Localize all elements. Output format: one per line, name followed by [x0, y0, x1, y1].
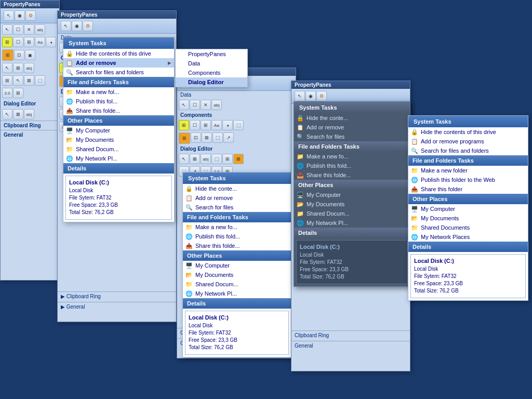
cm1-mydocs[interactable]: 📂 My Documents [63, 135, 174, 144]
tb5-3[interactable]: ab| [24, 63, 34, 73]
p3-c8[interactable]: ⊡ [191, 132, 201, 143]
wcm-mycomputer[interactable]: 🖥️ My Computer [408, 204, 528, 214]
dcm-hide[interactable]: 🔒 Hide the conte... [294, 113, 410, 123]
tb6-1[interactable]: ⊞ [2, 75, 12, 86]
cm1-publish[interactable]: 🌐 Publish this fol... [63, 97, 174, 106]
tb5-2[interactable]: ⊠ [13, 63, 23, 73]
cm2-addremove[interactable]: 📋 Add or remove [183, 193, 291, 203]
p3-t1[interactable]: ↖ [179, 100, 189, 110]
dcm-mycomputer[interactable]: 🖥️ My Computer [294, 190, 410, 200]
cm2-mydocs[interactable]: 📂 My Documents [183, 270, 291, 280]
p3-c5[interactable]: ⬧ [222, 120, 233, 130]
tb6-2[interactable]: ↖ [13, 75, 23, 86]
tb2-2[interactable]: ☐ [13, 24, 23, 35]
p3-de6[interactable]: ⊠ [233, 154, 244, 164]
tb2-3[interactable]: ✕ [24, 24, 34, 35]
de-btn2[interactable]: ⊠ [13, 109, 23, 119]
dcm-search[interactable]: 🔍 Search for files [294, 132, 410, 141]
p3-t2[interactable]: ☐ [190, 100, 200, 110]
p4-tb3[interactable]: ⚙ [316, 91, 327, 101]
p3-c9[interactable]: ⊠ [202, 132, 212, 143]
tb3-4[interactable]: Aa [35, 37, 45, 47]
dcm-publish[interactable]: 🌐 Publish this fold... [294, 161, 410, 170]
cm1-share[interactable]: 📤 Share this folde... [63, 106, 174, 115]
cm1-newfolder[interactable]: 📁 Make a new fol... [63, 87, 174, 97]
cm1-addremove[interactable]: 📋 Add or remove [63, 58, 174, 68]
tb3-2[interactable]: ☐ [13, 37, 23, 47]
cm2-publish[interactable]: 🌐 Publish this fold... [183, 232, 291, 241]
radio-btn[interactable]: ◉ [15, 10, 25, 21]
dcm-addremove[interactable]: 📋 Add or remove [294, 123, 410, 132]
p3-c11[interactable]: ↗ [223, 132, 234, 143]
p3-de5[interactable]: ⊞ [222, 154, 233, 164]
cursor-btn[interactable]: ↖ [4, 10, 14, 21]
cm2-shared[interactable]: 📁 Shared Docum... [183, 280, 291, 289]
cm1-network[interactable]: 🌐 My Network Pl... [63, 154, 174, 163]
p3-c4[interactable]: Aa [211, 120, 222, 130]
p3-de3[interactable]: ab| [201, 154, 211, 164]
p2-tb3[interactable]: ⚙ [83, 21, 93, 31]
de-btn1[interactable]: ↖ [2, 109, 12, 119]
tb7-2[interactable]: ⊞ [13, 88, 23, 98]
dcm-shared[interactable]: 📁 Shared Docum... [294, 209, 410, 218]
cm2-share[interactable]: 📤 Share this folde... [183, 241, 291, 250]
tb6-3[interactable]: ⊠ [24, 75, 34, 86]
tb4-2[interactable]: ⊡ [14, 50, 24, 60]
tb6-4[interactable]: ⬚ [35, 75, 45, 86]
p3-c7[interactable]: ⊞ [179, 132, 190, 144]
tb4-1[interactable]: ⊞ [2, 49, 14, 61]
wcm-addremove[interactable]: 📋 Add or remove programs [408, 137, 528, 146]
cm2-search[interactable]: 🔍 Search for files [183, 203, 291, 212]
cm2-hide[interactable]: 🔒 Hide the conte... [183, 184, 291, 193]
cm1-shared[interactable]: 📁 Shared Docum... [63, 144, 174, 154]
p3-c1[interactable]: ⊞ [179, 120, 189, 130]
dcm-mydocs[interactable]: 📂 My Documents [294, 200, 410, 209]
p2-tb2[interactable]: ◉ [72, 21, 82, 31]
cm2-disk-title: Local Disk (C:) [189, 314, 285, 321]
wcm-newfolder[interactable]: 📁 Make a new folder [408, 166, 528, 175]
tb7-1[interactable]: 2.0 [2, 88, 12, 98]
p4-tb2[interactable]: ◉ [305, 91, 316, 101]
cm1-hide[interactable]: 🔒 Hide the contents of this drive [63, 49, 174, 58]
cm2-newfolder[interactable]: 📁 Make a new fo... [183, 222, 291, 232]
p4-tb1[interactable]: ↖ [295, 91, 305, 101]
p3-de1[interactable]: ↖ [179, 154, 189, 164]
wcm-publish[interactable]: 🌐 Publish this folder to the Web [408, 175, 528, 184]
cm1-search[interactable]: 🔍 Search for files and folders [63, 68, 174, 77]
wcm-share[interactable]: 📤 Share this folder [408, 184, 528, 194]
tb3-1[interactable]: ⊞ [2, 37, 12, 47]
dcm-share[interactable]: 📤 Share this folde... [294, 170, 410, 180]
sub-pp[interactable]: PropertyPanes [176, 49, 247, 59]
sub-data[interactable]: Data [176, 59, 247, 68]
wcm-search[interactable]: 🔍 Search for files and folders [408, 146, 528, 155]
wcm-mydocs[interactable]: 📂 My Documents [408, 214, 528, 223]
p3-c10[interactable]: ⬚ [212, 132, 223, 143]
wcm-shared[interactable]: 📁 Shared Documents [408, 223, 528, 232]
dcm-network[interactable]: 🌐 My Network Pl... [294, 218, 410, 228]
sub-components[interactable]: Components [176, 68, 247, 77]
p3-c2[interactable]: ☐ [190, 120, 200, 130]
p3-c3[interactable]: ⊞ [201, 120, 211, 130]
wcm-freespace: Free Space: 23,3 GB [414, 280, 522, 287]
wcm-hide[interactable]: 🔒 Hide the contents of this drive [408, 127, 528, 137]
tb3-5[interactable]: ⬧ [46, 37, 56, 47]
p3-t4[interactable]: ab| [211, 100, 222, 110]
p3-de4[interactable]: ⬚ [211, 154, 222, 164]
wcm-network[interactable]: 🌐 My Network Places [408, 232, 528, 242]
p2-tb1[interactable]: ↖ [61, 21, 71, 31]
dcm-newfolder[interactable]: 📁 Make a new fo... [294, 152, 410, 161]
de-btn3[interactable]: ab| [24, 109, 34, 119]
sub-dialog[interactable]: Dialog Editor [176, 77, 247, 87]
tb5-1[interactable]: ↖ [2, 63, 12, 73]
tb4-3[interactable]: ▣ [25, 50, 35, 60]
settings-btn[interactable]: ⚙ [25, 10, 36, 21]
cm1-mycomputer[interactable]: 🖥️ My Computer [63, 126, 174, 135]
tb3-3[interactable]: ⊞ [24, 37, 34, 47]
cm2-network[interactable]: 🌐 My Network Pl... [183, 289, 291, 298]
cm2-mycomputer[interactable]: 🖥️ My Computer [183, 261, 291, 270]
p3-c6[interactable]: ⬚ [233, 120, 244, 130]
tb2-4[interactable]: ab| [35, 24, 45, 35]
p3-t3[interactable]: ✕ [201, 100, 211, 110]
tb2-1[interactable]: ↖ [2, 24, 12, 35]
p3-de2[interactable]: ⊠ [190, 154, 200, 164]
